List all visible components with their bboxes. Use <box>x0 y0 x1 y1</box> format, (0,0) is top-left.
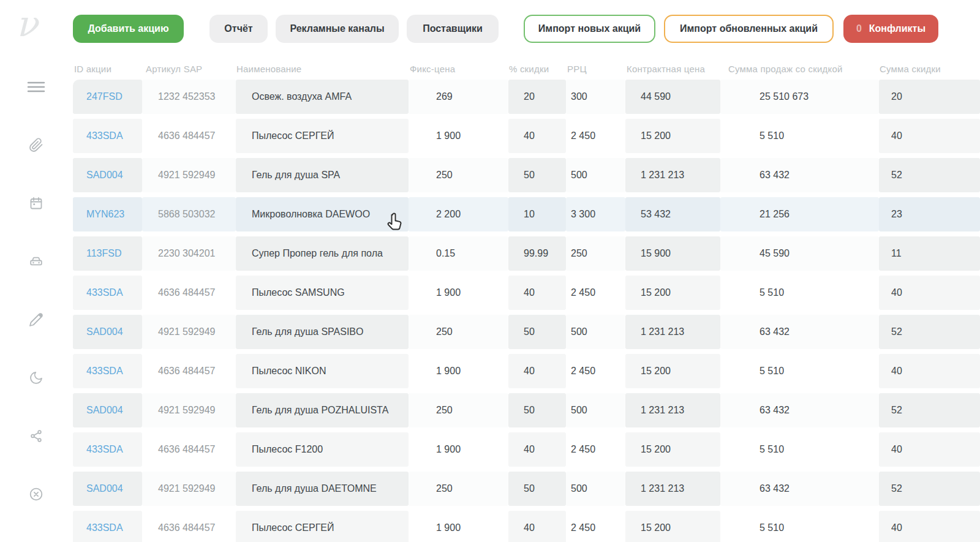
cell-contract: 1 231 213 <box>625 472 720 506</box>
table-body: 247FSD1232 452353Освеж. воздуха AMFA2692… <box>73 80 980 542</box>
add-promo-button[interactable]: Добавить акцию <box>73 15 184 43</box>
cell-rrc: 500 <box>566 315 625 349</box>
cell-sap: 4636 484457 <box>142 432 236 467</box>
cell-discount: 52 <box>879 393 980 427</box>
table-row[interactable]: SAD0044921 592949Гель для душа DAETOMNE2… <box>73 472 980 506</box>
cell-sap: 5868 503032 <box>142 197 236 231</box>
cell-name: Пылесос NIKON <box>236 354 409 388</box>
cell-sales: 5 510 <box>720 119 879 153</box>
promo-admin-screen: ν <box>0 0 980 542</box>
cell-sap: 1232 452353 <box>142 80 236 114</box>
cell-discount: 52 <box>879 472 980 506</box>
col-header-sales: Сумма продаж со скидкой <box>720 64 879 74</box>
calendar-icon[interactable] <box>29 196 43 211</box>
table-row[interactable]: 247FSD1232 452353Освеж. воздуха AMFA2692… <box>73 80 980 114</box>
cell-name: Пылесос F1200 <box>236 432 409 467</box>
col-header-contract: Контрактная цена <box>625 64 720 74</box>
cell-contract: 1 231 213 <box>625 315 720 349</box>
menu-icon[interactable] <box>27 80 45 94</box>
close-circle-icon[interactable] <box>29 487 43 502</box>
conflicts-button[interactable]: 0 Конфликты <box>843 15 938 43</box>
cell-fix: 250 <box>409 393 508 427</box>
cell-contract: 15 200 <box>625 511 720 542</box>
cell-sales: 21 256 <box>720 197 879 231</box>
cell-id[interactable]: SAD004 <box>73 158 142 192</box>
col-header-rrc: РРЦ <box>566 64 625 74</box>
cell-fix: 250 <box>409 315 508 349</box>
car-icon[interactable] <box>29 254 43 269</box>
cell-id[interactable]: 247FSD <box>73 80 142 114</box>
cell-rrc: 500 <box>566 393 625 427</box>
dark-mode-icon[interactable] <box>29 371 43 385</box>
cell-fix: 1 900 <box>409 432 508 467</box>
table-row[interactable]: 433SDA4636 484457Пылесос NIKON1 900402 4… <box>73 354 980 388</box>
cell-rrc: 2 450 <box>566 432 625 467</box>
col-header-sap: Артикул SAP <box>142 64 236 74</box>
cell-id[interactable]: SAD004 <box>73 472 142 506</box>
cell-name: Гель для душа SPASIBO <box>236 315 409 349</box>
cell-name: Пылесос СЕРГЕЙ <box>236 119 409 153</box>
cell-id[interactable]: 433SDA <box>73 276 142 310</box>
cell-pct: 40 <box>508 432 566 467</box>
cell-sap: 4636 484457 <box>142 354 236 388</box>
table-row[interactable]: 433SDA4636 484457Пылесос СЕРГЕЙ1 900402 … <box>73 119 980 153</box>
cell-pct: 50 <box>508 315 566 349</box>
suppliers-button[interactable]: Поставщики <box>407 15 499 43</box>
col-header-fix: Фикс-цена <box>409 64 508 74</box>
col-header-pct: % скидки <box>508 64 566 74</box>
import-updated-promos-button[interactable]: Импорт обновленных акций <box>664 15 834 43</box>
cell-pct: 20 <box>508 80 566 114</box>
cell-contract: 44 590 <box>625 80 720 114</box>
cell-contract: 15 200 <box>625 119 720 153</box>
cell-sales: 5 510 <box>720 276 879 310</box>
cell-sales: 45 590 <box>720 236 879 271</box>
ad-channels-button[interactable]: Рекламные каналы <box>276 15 399 43</box>
cell-sap: 4636 484457 <box>142 119 236 153</box>
cell-id[interactable]: SAD004 <box>73 315 142 349</box>
attachment-icon[interactable] <box>29 138 43 152</box>
report-button[interactable]: Отчёт <box>209 15 268 43</box>
cell-id[interactable]: 433SDA <box>73 354 142 388</box>
cell-contract: 15 200 <box>625 432 720 467</box>
cell-rrc: 2 450 <box>566 511 625 542</box>
cell-rrc: 3 300 <box>566 197 625 231</box>
cell-id[interactable]: 433SDA <box>73 511 142 542</box>
table-row[interactable]: 113FSD2230 304201Супер Пропер гель для п… <box>73 236 980 271</box>
cell-fix: 269 <box>409 80 508 114</box>
table-row[interactable]: 433SDA4636 484457Пылесос СЕРГЕЙ1 900402 … <box>73 511 980 542</box>
cell-sales: 5 510 <box>720 511 879 542</box>
cell-contract: 53 432 <box>625 197 720 231</box>
cell-sap: 4921 592949 <box>142 315 236 349</box>
cell-rrc: 2 450 <box>566 119 625 153</box>
cell-fix: 1 900 <box>409 511 508 542</box>
cell-id[interactable]: 433SDA <box>73 119 142 153</box>
table-row[interactable]: 433SDA4636 484457Пылесос F12001 900402 4… <box>73 432 980 467</box>
edit-icon[interactable] <box>29 312 43 327</box>
col-header-id: ID акции <box>73 64 142 74</box>
cell-id[interactable]: 433SDA <box>73 432 142 467</box>
col-header-discount: Сумма скидки <box>879 64 980 74</box>
cell-fix: 250 <box>409 472 508 506</box>
cell-id[interactable]: SAD004 <box>73 393 142 427</box>
table-row[interactable]: 433SDA4636 484457Пылесос SAMSUNG1 900402… <box>73 276 980 310</box>
conflicts-button-label: Конфликты <box>869 23 925 34</box>
table-row[interactable]: SAD0044921 592949Гель для душа SPASIBO25… <box>73 315 980 349</box>
import-new-promos-button[interactable]: Импорт новых акций <box>524 15 655 43</box>
cell-rrc: 500 <box>566 158 625 192</box>
cell-pct: 50 <box>508 393 566 427</box>
cell-fix: 250 <box>409 158 508 192</box>
col-header-name: Наименование <box>236 64 409 74</box>
cell-id[interactable]: MYN623 <box>73 197 142 231</box>
share-icon[interactable] <box>29 429 43 443</box>
cell-sales: 5 510 <box>720 354 879 388</box>
table-row[interactable]: SAD0044921 592949Гель для душа SPA250505… <box>73 158 980 192</box>
table-row[interactable]: MYN6235868 503032Микроволновка DAEWOO2 2… <box>73 197 980 231</box>
cell-rrc: 300 <box>566 80 625 114</box>
cell-id[interactable]: 113FSD <box>73 236 142 271</box>
cell-contract: 1 231 213 <box>625 158 720 192</box>
cell-pct: 50 <box>508 158 566 192</box>
cell-name: Пылесос SAMSUNG <box>236 276 409 310</box>
promo-table: ID акцииАртикул SAPНаименованиеФикс-цена… <box>73 58 980 542</box>
cell-contract: 15 200 <box>625 354 720 388</box>
table-row[interactable]: SAD0044921 592949Гель для душа POZHALUIS… <box>73 393 980 427</box>
